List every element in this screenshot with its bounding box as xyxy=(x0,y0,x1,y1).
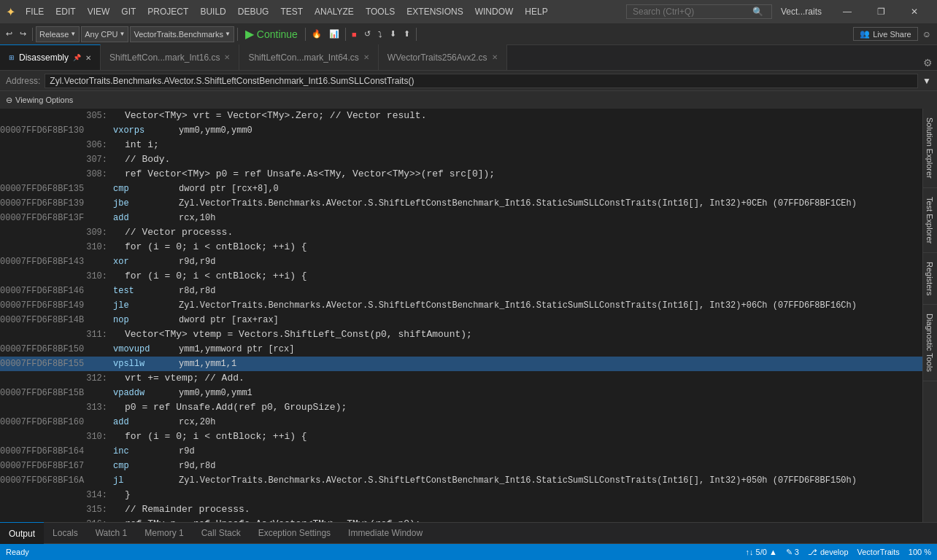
menu-item-extensions[interactable]: EXTENSIONS xyxy=(401,4,469,20)
registers-panel[interactable]: Registers xyxy=(923,253,937,305)
toolbar-stop[interactable]: ■ xyxy=(349,28,360,40)
tab-close-int16[interactable]: ✕ xyxy=(224,53,230,61)
search-input[interactable] xyxy=(633,7,749,17)
tab-label-wvector: WVectorTraits256Avx2.cs xyxy=(387,52,487,63)
asm-address: 00007FFD6F8BF15B xyxy=(0,386,113,400)
line-number: 310: xyxy=(0,240,113,254)
menu-item-build[interactable]: BUILD xyxy=(194,4,231,20)
tab-int64[interactable]: ShiftLeftCon...mark_Int64.cs ✕ xyxy=(239,44,378,70)
release-dropdown[interactable]: Release ▼ xyxy=(36,26,80,42)
solution-explorer-panel[interactable]: Solution Explorer xyxy=(923,109,937,188)
toolbar-step-over[interactable]: ⤵ xyxy=(375,28,385,40)
right-panels: Solution Explorer Test Explorer Register… xyxy=(922,109,937,522)
menu-item-view[interactable]: VIEW xyxy=(82,4,116,20)
tab-wvector[interactable]: WVectorTraits256Avx2.cs ✕ xyxy=(379,44,507,70)
search-box[interactable]: 🔍 xyxy=(626,4,772,19)
asm-address: 00007FFD6F8BF150 xyxy=(0,342,113,357)
table-row: 310: for (i = 0; i < cntBlock; ++i) { xyxy=(0,429,922,444)
line-number: 305: xyxy=(0,109,113,123)
bottom-tab-locals[interactable]: Locals xyxy=(44,522,87,544)
menu-item-help[interactable]: HELP xyxy=(519,4,553,20)
toolbar-undo[interactable]: ↩ xyxy=(3,28,15,40)
bottom-tab-memory-1[interactable]: Memory 1 xyxy=(136,522,192,544)
toolbar-redo[interactable]: ↪ xyxy=(17,28,29,40)
source-code: ref Vector<TMy> p0 = ref Unsafe.As<TMy, … xyxy=(113,167,495,182)
tab-pin-icon[interactable]: 📌 xyxy=(73,54,81,61)
asm-operands: ymm1,ymm1,1 xyxy=(179,357,236,371)
toolbar-restart[interactable]: ↺ xyxy=(361,28,374,40)
asm-instruction: vmovupd xyxy=(113,342,179,357)
tab-disassembly[interactable]: ⊞ Disassembly 📌 ✕ xyxy=(0,44,101,70)
project-dropdown[interactable]: VectorTraits.Benchmarks ▼ xyxy=(130,26,234,42)
tab-list-button[interactable]: ⚙ xyxy=(922,55,934,70)
tab-close-disassembly[interactable]: ✕ xyxy=(85,54,91,62)
minimize-button[interactable]: — xyxy=(830,0,864,23)
tab-int16[interactable]: ShiftLeftCon...mark_Int16.cs ✕ xyxy=(101,44,239,70)
toolbar-btn-2[interactable]: 📊 xyxy=(326,28,342,40)
table-row: 310: for (i = 0; i < cntBlock; ++i) { xyxy=(0,269,922,284)
line-number: 308: xyxy=(0,167,113,182)
cpu-dropdown[interactable]: Any CPU ▼ xyxy=(81,26,128,42)
asm-operands: Zyl.VectorTraits.Benchmarks.AVector.S.Sh… xyxy=(179,298,857,313)
asm-instruction: jbe xyxy=(113,196,179,211)
viewing-options-toggle[interactable]: ⊖ xyxy=(6,96,12,105)
live-share-button[interactable]: 👥 Live Share xyxy=(853,27,918,41)
release-arrow: ▼ xyxy=(70,31,76,37)
table-row: 313: p0 = ref Unsafe.Add(ref p0, GroupSi… xyxy=(0,400,922,415)
menu-item-edit[interactable]: EDIT xyxy=(50,4,81,20)
bottom-tab-watch-1[interactable]: Watch 1 xyxy=(87,522,136,544)
bottom-tab-immediate-window[interactable]: Immediate Window xyxy=(339,522,431,544)
asm-instruction: cmp xyxy=(113,459,179,473)
status-bar: Ready ↑↓ 5/0 ▲ ✎ 3 ⎇ develop VectorTrait… xyxy=(0,544,937,560)
line-number: 312: xyxy=(0,371,113,386)
toolbar-btn-1[interactable]: 🔥 xyxy=(309,28,325,40)
release-label: Release xyxy=(39,30,69,39)
toolbar-step-out[interactable]: ⬆ xyxy=(401,28,413,40)
toolbar-step-in[interactable]: ⬇ xyxy=(387,28,399,40)
continue-button[interactable]: ▶ Continue xyxy=(241,26,302,42)
table-row: 00007FFD6F8BF167cmpr9d,r8d xyxy=(0,459,922,473)
source-code: // Vector processs. xyxy=(113,225,233,240)
errors-status[interactable]: ↑↓ 5/0 ▲ xyxy=(745,548,776,556)
table-row: 00007FFD6F8BF135cmpdword ptr [rcx+8],0 xyxy=(0,182,922,196)
test-explorer-panel[interactable]: Test Explorer xyxy=(923,188,937,253)
bottom-tab-exception-settings[interactable]: Exception Settings xyxy=(250,522,339,544)
toolbar-sep-5 xyxy=(416,28,417,41)
branch-icon: ⎇ xyxy=(808,548,817,557)
menu-item-window[interactable]: WINDOW xyxy=(469,4,520,20)
menu-item-debug[interactable]: DEBUG xyxy=(232,4,275,20)
branch-status[interactable]: ⎇ develop xyxy=(808,548,849,557)
diagnostic-tools-panel[interactable]: Diagnostic Tools xyxy=(923,305,937,381)
menu-item-tools[interactable]: TOOLS xyxy=(360,4,401,20)
address-dropdown-icon[interactable]: ▼ xyxy=(922,76,931,86)
zoom-status[interactable]: 100 % xyxy=(909,548,931,556)
play-icon: ▶ xyxy=(245,27,254,41)
bottom-tab-output[interactable]: Output xyxy=(0,522,44,544)
maximize-button[interactable]: ❐ xyxy=(864,0,898,23)
asm-address: 00007FFD6F8BF164 xyxy=(0,444,113,459)
line-number: 310: xyxy=(0,429,113,444)
table-row: 310: for (i = 0; i < cntBlock; ++i) { xyxy=(0,240,922,254)
bottom-tab-call-stack[interactable]: Call Stack xyxy=(193,522,250,544)
menu-item-project[interactable]: PROJECT xyxy=(142,4,194,20)
edits-status[interactable]: ✎ 3 xyxy=(786,548,799,557)
asm-address: 00007FFD6F8BF146 xyxy=(0,284,113,298)
tab-close-wvector[interactable]: ✕ xyxy=(492,53,498,61)
close-button[interactable]: ✕ xyxy=(898,0,931,23)
tab-close-int64[interactable]: ✕ xyxy=(363,53,369,61)
menu-item-analyze[interactable]: ANALYZE xyxy=(309,4,360,20)
asm-operands: Zyl.VectorTraits.Benchmarks.AVector.S.Sh… xyxy=(179,473,857,488)
address-input[interactable] xyxy=(45,74,918,88)
asm-operands: ymm1,ymmword ptr [rcx] xyxy=(179,342,294,357)
menu-item-file[interactable]: FILE xyxy=(20,4,50,20)
table-row: 306: int i; xyxy=(0,138,922,152)
feedback-button[interactable]: ☺ xyxy=(919,28,934,41)
asm-address: 00007FFD6F8BF14B xyxy=(0,313,113,327)
menu-item-test[interactable]: TEST xyxy=(274,4,309,20)
project-status[interactable]: VectorTraits xyxy=(857,548,900,556)
disassembly-view[interactable]: 305: Vector<TMy> vrt = Vector<TMy>.Zero;… xyxy=(0,109,922,522)
asm-operands: rcx,10h xyxy=(179,211,215,225)
continue-label: Continue xyxy=(257,28,298,40)
menu-item-git[interactable]: GIT xyxy=(115,4,142,20)
table-row: 311: Vector<TMy> vtemp = Vectors.ShiftLe… xyxy=(0,327,922,342)
